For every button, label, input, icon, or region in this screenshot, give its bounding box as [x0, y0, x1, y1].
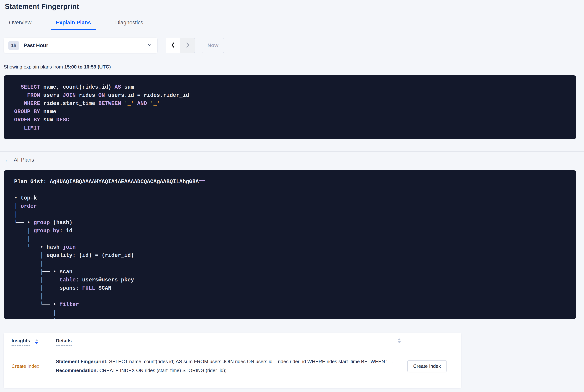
- chevron-right-icon: [184, 42, 191, 49]
- now-button[interactable]: Now: [202, 38, 224, 53]
- recommendation-label: Recommendation:: [56, 368, 98, 373]
- tab-bar: Overview Explain Plans Diagnostics: [0, 17, 584, 30]
- page-title: Statement Fingerprint: [5, 2, 584, 10]
- column-header-insights[interactable]: Insights: [11, 338, 30, 346]
- create-index-link[interactable]: Create Index: [11, 363, 39, 369]
- sql-statement-block: SELECT name, count(rides.id) AS sum FROM…: [4, 76, 576, 139]
- showing-range: 15:00 to 16:59 (UTC): [64, 64, 111, 70]
- tab-diagnostics[interactable]: Diagnostics: [110, 17, 148, 30]
- time-range-label: Past Hour: [24, 42, 147, 48]
- statement-fingerprint-label: Statement Fingerprint:: [56, 359, 108, 364]
- column-header-details[interactable]: Details: [56, 338, 72, 346]
- time-range-badge: 1h: [8, 41, 19, 50]
- create-index-button[interactable]: Create Index: [407, 360, 447, 372]
- sort-icon-right[interactable]: [398, 338, 401, 343]
- statement-fingerprint-text: SELECT name, count(rides.id) AS sum FROM…: [108, 359, 395, 364]
- chevron-left-icon: [170, 42, 176, 49]
- all-plans-back-link[interactable]: ← All Plans: [4, 156, 34, 164]
- insights-table-header: Insights Details: [4, 333, 461, 351]
- all-plans-label: All Plans: [14, 157, 34, 163]
- next-time-button-disabled[interactable]: [180, 38, 195, 53]
- details-cell: Statement Fingerprint: SELECT name, coun…: [56, 351, 461, 381]
- time-toolbar: 1h Past Hour Now: [4, 38, 576, 53]
- table-row: Create Index Statement Fingerprint: SELE…: [4, 351, 461, 382]
- showing-prefix: Showing explain plans from: [4, 64, 64, 70]
- previous-time-button[interactable]: [166, 38, 180, 53]
- showing-range-text: Showing explain plans from 15:00 to 16:5…: [4, 64, 576, 70]
- sort-icon-insights[interactable]: [35, 339, 38, 344]
- chevron-down-icon: [147, 42, 152, 48]
- arrow-left-icon: ←: [4, 156, 10, 164]
- tab-explain-plans[interactable]: Explain Plans: [51, 17, 96, 30]
- recommendation-text: CREATE INDEX ON rides (start_time) STORI…: [98, 368, 226, 373]
- plan-gist-block: Plan Gist: AgHUAQIABQAAAAHYAQIAiAEAAAADC…: [4, 170, 576, 319]
- time-pager: [166, 38, 195, 53]
- tab-overview[interactable]: Overview: [4, 17, 37, 30]
- insights-table-card: Insights Details Create Index Statement …: [4, 333, 461, 388]
- time-range-select[interactable]: 1h Past Hour: [4, 38, 157, 53]
